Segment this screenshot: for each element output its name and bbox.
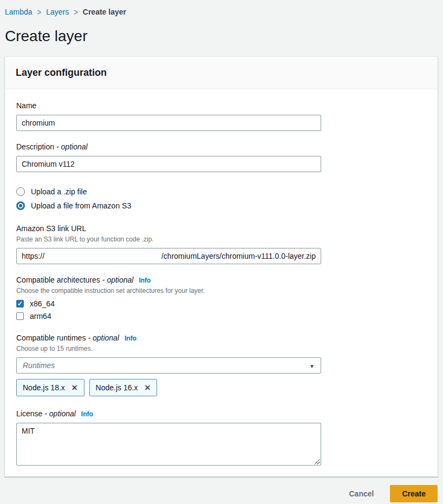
dropdown-arrow-icon bbox=[309, 361, 315, 370]
remove-token-icon[interactable] bbox=[144, 383, 151, 392]
license-textarea[interactable]: MIT bbox=[16, 423, 321, 466]
runtimes-label: Compatible runtimes- optional bbox=[16, 333, 119, 342]
architectures-field: Compatible architectures- optional Info … bbox=[16, 276, 321, 320]
s3-url-input[interactable]: https:// /chromiumLayers/chromium-v111.0… bbox=[16, 248, 321, 264]
radio-upload-s3-label: Upload a file from Amazon S3 bbox=[31, 201, 131, 210]
description-input[interactable] bbox=[16, 156, 321, 172]
runtime-token-nodejs16: Node.js 16.x bbox=[89, 379, 158, 396]
s3-url-field: Amazon S3 link URL Paste an S3 link URL … bbox=[16, 224, 321, 264]
description-label: Description- optional bbox=[16, 142, 88, 151]
runtime-token-nodejs18: Node.js 18.x bbox=[16, 379, 84, 396]
runtime-tokens: Node.js 18.x Node.js 16.x bbox=[16, 379, 321, 396]
architectures-helper: Choose the compatible instruction set ar… bbox=[16, 287, 321, 295]
runtimes-label-text: Compatible runtimes bbox=[16, 333, 86, 342]
license-label: License- optional bbox=[16, 409, 76, 418]
breadcrumb-separator-icon: > bbox=[74, 7, 78, 17]
checkbox-arm64-label: arm64 bbox=[30, 312, 51, 320]
breadcrumb-separator-icon: > bbox=[37, 7, 42, 17]
create-button[interactable]: Create bbox=[390, 485, 438, 502]
breadcrumb-link-layers[interactable]: Layers bbox=[46, 8, 69, 16]
radio-selected-icon bbox=[16, 201, 25, 210]
panel-body: Name Description- optional Upload a .zip… bbox=[5, 89, 438, 476]
radio-upload-s3[interactable]: Upload a file from Amazon S3 bbox=[16, 201, 427, 210]
runtimes-info-link[interactable]: Info bbox=[125, 335, 136, 342]
cancel-button[interactable]: Cancel bbox=[349, 489, 374, 498]
resize-handle-icon[interactable] bbox=[315, 459, 320, 464]
page-title: Create layer bbox=[5, 28, 439, 45]
breadcrumb-link-lambda[interactable]: Lambda bbox=[5, 8, 32, 16]
optional-suffix: - optional bbox=[88, 333, 119, 342]
optional-suffix: - optional bbox=[102, 276, 134, 284]
optional-suffix: - optional bbox=[44, 409, 76, 418]
create-layer-page: Lambda > Layers > Create layer Create la… bbox=[0, 0, 443, 502]
license-info-link[interactable]: Info bbox=[81, 410, 93, 418]
checkbox-x86-64-label: x86_64 bbox=[30, 299, 55, 308]
architectures-label: Compatible architectures- optional bbox=[16, 276, 133, 284]
radio-unselected-icon bbox=[16, 187, 25, 196]
layer-configuration-panel: Layer configuration Name Description- op… bbox=[4, 56, 438, 477]
checkbox-x86-64[interactable]: x86_64 bbox=[16, 299, 321, 308]
description-field: Description- optional bbox=[16, 142, 321, 172]
name-field: Name bbox=[16, 101, 321, 131]
architectures-label-text: Compatible architectures bbox=[16, 276, 100, 284]
token-label: Node.js 16.x bbox=[96, 383, 138, 392]
optional-suffix: - optional bbox=[56, 142, 88, 151]
runtimes-field: Compatible runtimes- optional Info Choos… bbox=[16, 333, 321, 396]
name-label: Name bbox=[16, 101, 36, 110]
s3-url-helper: Paste an S3 link URL to your function co… bbox=[16, 235, 321, 244]
runtimes-placeholder: Runtimes bbox=[23, 361, 55, 370]
runtimes-helper: Choose up to 15 runtimes. bbox=[16, 345, 321, 353]
description-label-text: Description bbox=[16, 142, 54, 151]
breadcrumb: Lambda > Layers > Create layer bbox=[0, 0, 443, 16]
radio-upload-zip-label: Upload a .zip file bbox=[31, 187, 87, 196]
upload-type-radio-group: Upload a .zip file Upload a file from Am… bbox=[16, 187, 427, 210]
license-field: License- optional Info MIT bbox=[16, 409, 321, 466]
architectures-info-link[interactable]: Info bbox=[139, 277, 151, 284]
panel-title: Layer configuration bbox=[16, 67, 427, 78]
remove-token-icon[interactable] bbox=[71, 383, 78, 392]
radio-upload-zip[interactable]: Upload a .zip file bbox=[16, 187, 427, 196]
checkbox-unchecked-icon bbox=[16, 312, 24, 320]
checkbox-arm64[interactable]: arm64 bbox=[16, 312, 321, 320]
runtimes-select[interactable]: Runtimes bbox=[16, 357, 321, 374]
checkbox-checked-icon bbox=[16, 300, 24, 307]
token-label: Node.js 18.x bbox=[23, 383, 65, 392]
name-input[interactable] bbox=[16, 115, 321, 131]
s3-url-label: Amazon S3 link URL bbox=[16, 224, 86, 233]
panel-header: Layer configuration bbox=[5, 57, 438, 89]
form-actions: Cancel Create bbox=[0, 485, 438, 502]
license-label-text: License bbox=[16, 409, 42, 418]
s3-url-prefix: https:// bbox=[22, 252, 44, 260]
s3-url-suffix: /chromiumLayers/chromium-v111.0.0-layer.… bbox=[161, 252, 316, 260]
breadcrumb-current: Create layer bbox=[83, 8, 126, 16]
